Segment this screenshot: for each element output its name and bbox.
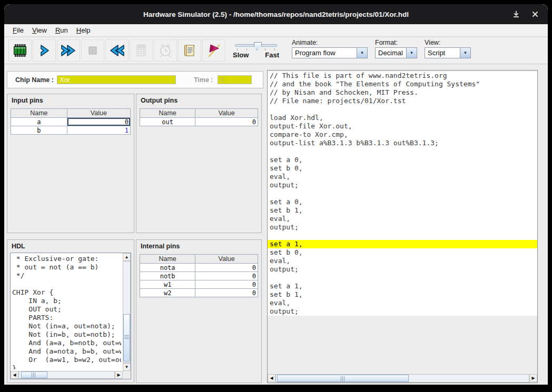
code-line: PARTS: [12,314,121,322]
view-script-button[interactable] [178,39,201,62]
view-label: View: [425,39,471,46]
input-pins-table: NameValuea0b1 [11,108,131,135]
animate-label: Animate: [292,39,368,46]
pin-value-cell[interactable]: 0 [195,118,258,126]
pin-name-cell: b [11,126,67,135]
format-select[interactable]: Decimal [375,47,417,58]
menu-run[interactable]: Run [51,25,72,36]
script-line [268,274,537,282]
code-line: And (a=a, b=notb, out=w1); [12,339,121,347]
load-chip-button[interactable] [8,39,32,62]
pin-row: a0 [11,118,131,126]
hdl-vertical-scrollbar [123,253,131,371]
pin-value-cell[interactable]: 1 [67,126,130,135]
calculator-icon [134,43,149,58]
pin-value-cell[interactable]: 0 [195,280,258,289]
chevron-down-icon[interactable] [357,48,367,58]
script-line [268,105,537,114]
pin-name-cell: out [140,118,195,126]
animate-group: Animate: Program flow [292,37,368,58]
code-line: * Exclusive-or gate: [12,255,121,263]
script-line: // File name: projects/01/Xor.tst [268,97,537,105]
column-header: Name [11,109,67,118]
column-header: Value [195,255,258,264]
pin-name-cell: w2 [140,289,195,297]
scroll-right-icon[interactable] [529,374,537,382]
script-hscroll-track[interactable] [275,374,529,383]
scroll-down-icon[interactable] [123,363,131,371]
hdl-editor: * Exclusive-or gate: * out = not (a == b… [10,253,131,379]
pin-row: w10 [140,280,258,289]
pin-name-cell: w1 [140,280,195,289]
step-forward-icon [37,43,52,58]
column-header: Name [140,109,195,118]
pin-value-cell[interactable]: 0 [67,118,130,126]
hdl-hscroll-track[interactable] [18,371,115,379]
code-line: And (a=nota, b=b, out=w2); [12,347,121,356]
code-line: CHIP Xor { [12,288,121,297]
breakpoints-button[interactable] [202,39,225,62]
menu-help[interactable]: Help [72,25,95,36]
pin-value-cell[interactable]: 0 [195,289,258,297]
stop-button [81,39,104,62]
time-label: Time : [194,76,213,84]
scrollbar-corner [123,371,131,379]
script-line: eval, [268,215,537,223]
script-line: output-list a%B3.1.3 b%B3.1.3 out%B3.1.3… [268,139,537,147]
rewind-icon [108,43,126,58]
close-icon[interactable] [531,10,539,18]
hdl-hscroll-thumb[interactable] [21,371,48,378]
column-header: Name [140,255,195,264]
code-line: } [12,364,121,369]
pin-row: out0 [140,118,258,126]
menu-view[interactable]: View [28,25,51,36]
hdl-title: HDL [7,240,134,252]
iconify-icon[interactable] [512,10,520,18]
script-line: // by Nisan and Schocken, MIT Press. [268,88,537,97]
internal-pins-table: NameValuenota0notb0w10w20 [140,254,258,297]
format-value: Decimal [376,48,406,58]
code-line [12,280,121,288]
pin-value-cell[interactable]: 0 [195,272,258,280]
pin-value-cell[interactable]: 0 [195,264,258,272]
pin-name-cell: a [11,118,67,126]
pin-row: w20 [140,289,258,297]
script-line: eval, [268,299,537,307]
animate-select[interactable]: Program flow [292,47,368,58]
single-step-button[interactable] [33,39,56,62]
script-horizontal-scrollbar [268,374,537,383]
slider-fast-label: Fast [265,51,279,59]
view-select[interactable]: Script [425,47,471,58]
titlebar: Hardware Simulator (2.5) - /home/thomas/… [4,4,548,24]
speed-slider-track[interactable] [235,44,277,47]
script-line: compare-to Xor.cmp, [268,130,537,139]
scroll-up-icon[interactable] [123,253,131,261]
internal-pins-title: Internal pins [136,240,261,252]
scroll-right-icon[interactable] [115,371,123,379]
script-line: set a 0, [268,156,537,164]
internal-pins-panel: Internal pins NameValuenota0notb0w10w20 [136,239,262,383]
scroll-left-icon[interactable] [268,374,275,382]
code-line: * out = not (a == b) [12,263,121,272]
menubar: File View Run Help [4,24,548,37]
reset-button[interactable] [105,39,129,62]
script-hscroll-thumb[interactable] [277,375,409,382]
scroll-left-icon[interactable] [11,371,18,379]
animate-value: Program flow [292,48,357,58]
run-button[interactable] [57,39,80,62]
clock-icon [158,43,173,58]
pin-row: nota0 [140,264,258,272]
calculator-button [130,39,153,62]
chevron-down-icon[interactable] [460,48,470,58]
chevron-down-icon[interactable] [406,48,417,58]
hdl-vscroll-thumb[interactable] [123,314,130,361]
speed-slider: Slow Fast [233,42,279,59]
chip-name-field[interactable]: Xor [57,75,176,84]
code-line: Not (in=a, out=nota); [12,322,121,330]
code-line: IN a, b; [12,297,121,305]
view-value: Script [425,48,460,58]
hdl-vscroll-track[interactable] [123,261,131,363]
script-line: output; [268,307,537,316]
output-pins-table: NameValueout0 [140,108,258,126]
menu-file[interactable]: File [8,25,28,36]
